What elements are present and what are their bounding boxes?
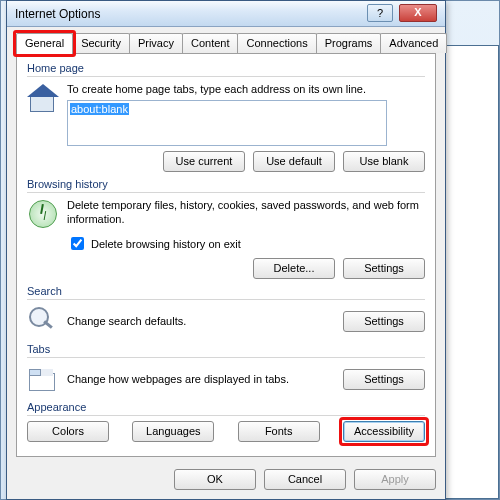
tab-strip: General Security Privacy Content Connect… [16,33,436,53]
tabs-icon [27,363,59,395]
close-button[interactable]: X [399,4,437,22]
home-page-input[interactable]: about:blank [67,100,387,146]
tab-programs[interactable]: Programs [316,33,382,53]
fonts-button[interactable]: Fonts [238,421,320,442]
internet-options-dialog: Internet Options ? X General Security Pr… [6,0,446,500]
home-page-value: about:blank [70,103,129,115]
tab-connections[interactable]: Connections [237,33,316,53]
tab-content[interactable]: Content [182,33,239,53]
titlebar: Internet Options ? X [7,1,445,27]
home-page-group: Home page To create home page tabs, type… [27,62,425,172]
use-blank-button[interactable]: Use blank [343,151,425,172]
search-group: Search Change search defaults. Settings [27,285,425,337]
group-label: Tabs [27,343,425,355]
tab-security[interactable]: Security [72,33,130,53]
tabs-settings-button[interactable]: Settings [343,369,425,390]
cancel-button[interactable]: Cancel [264,469,346,490]
history-icon [27,198,59,230]
tab-advanced[interactable]: Advanced [380,33,447,53]
colors-button[interactable]: Colors [27,421,109,442]
home-page-desc: To create home page tabs, type each addr… [67,82,425,96]
appearance-group: Appearance Colors Languages Fonts Access… [27,401,425,442]
browsing-history-group: Browsing history Delete temporary files,… [27,178,425,279]
search-desc: Change search defaults. [67,314,335,328]
group-label: Appearance [27,401,425,413]
ok-button[interactable]: OK [174,469,256,490]
languages-button[interactable]: Languages [132,421,214,442]
tab-privacy[interactable]: Privacy [129,33,183,53]
tab-label: General [25,37,64,49]
group-label: Browsing history [27,178,425,190]
tabs-desc: Change how webpages are displayed in tab… [67,372,335,386]
history-delete-button[interactable]: Delete... [253,258,335,279]
use-default-button[interactable]: Use default [253,151,335,172]
group-label: Search [27,285,425,297]
dialog-title: Internet Options [15,7,100,21]
history-settings-button[interactable]: Settings [343,258,425,279]
use-current-button[interactable]: Use current [163,151,245,172]
apply-button[interactable]: Apply [354,469,436,490]
help-button[interactable]: ? [367,4,393,22]
home-icon [27,82,59,114]
delete-on-exit-label: Delete browsing history on exit [91,238,241,250]
accessibility-button[interactable]: Accessibility [343,421,425,442]
dialog-button-row: OK Cancel Apply [16,469,436,490]
group-label: Home page [27,62,425,74]
tab-general[interactable]: General [16,33,73,55]
search-icon [27,305,59,337]
search-settings-button[interactable]: Settings [343,311,425,332]
delete-on-exit-input[interactable] [71,237,84,250]
general-panel: Home page To create home page tabs, type… [16,53,436,457]
history-desc: Delete temporary files, history, cookies… [67,198,425,226]
delete-on-exit-checkbox[interactable]: Delete browsing history on exit [67,234,425,253]
tabs-group: Tabs Change how webpages are displayed i… [27,343,425,395]
